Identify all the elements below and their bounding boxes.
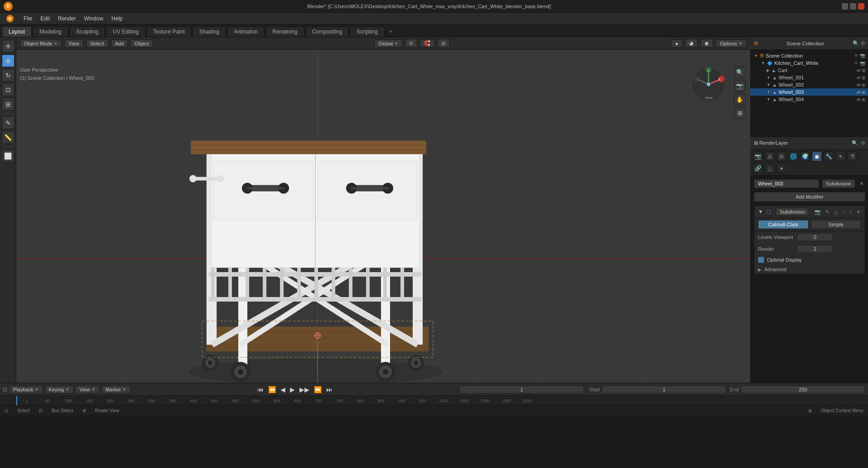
props-x-icon[interactable]: ✕	[858, 179, 865, 188]
advanced-arrow[interactable]: ▶	[758, 267, 762, 272]
outliner-item-scene-collection[interactable]: ▼ ⊞ Scene Collection 👁 📷	[750, 52, 868, 59]
eye-icon-kc[interactable]: 👁	[854, 61, 858, 66]
vis-icon-w4[interactable]: ⊞	[862, 97, 865, 102]
menu-file[interactable]: File	[20, 15, 36, 23]
menu-window[interactable]: Window	[80, 15, 107, 23]
start-frame-field[interactable]: 1	[602, 385, 726, 394]
tab-animation[interactable]: Animation	[227, 26, 265, 37]
viewport-camera-button[interactable]: 📷	[734, 80, 746, 92]
measure-tool-button[interactable]: 📏	[2, 131, 14, 144]
marker-menu[interactable]: Marker ▼	[101, 385, 130, 394]
subdiv-down-icon[interactable]: ↓	[842, 209, 845, 214]
transform-tool-button[interactable]: ⊞	[2, 98, 14, 111]
outliner-content[interactable]: ▼ ⊞ Scene Collection 👁 📷 ▼ 🔷 Kitchen	[750, 50, 868, 136]
catmull-clark-button[interactable]: Catmull-Clark	[758, 220, 809, 229]
view-menu[interactable]: View	[64, 39, 83, 48]
add-menu[interactable]: Add	[111, 39, 128, 48]
subdiv-vert-icon[interactable]: △	[834, 209, 838, 215]
outliner-item-wheel001[interactable]: ▼ ▲ Wheel_001 ⇌ ⊞	[750, 74, 868, 81]
menu-render[interactable]: Render	[54, 15, 79, 23]
output-props-icon[interactable]: 🖨	[765, 151, 775, 161]
physics-icon[interactable]: ⚗	[847, 151, 857, 161]
keying-menu[interactable]: Keying ▼	[45, 385, 74, 394]
subdivision-type-label[interactable]: Subdivision	[776, 208, 809, 216]
playback-menu[interactable]: Playback ▼	[9, 385, 43, 394]
render-props-icon[interactable]: 📷	[753, 151, 763, 161]
tab-compositing[interactable]: Compositing	[305, 26, 349, 37]
advanced-label[interactable]: Advanced	[764, 267, 786, 272]
jump-end-button[interactable]: ⏭	[325, 386, 334, 393]
link-icon-w2[interactable]: ⇌	[857, 83, 860, 88]
eye-icon[interactable]: 👁	[854, 53, 858, 58]
vis-icon-cart[interactable]: ⊞	[862, 68, 865, 73]
outliner-item-wheel003[interactable]: ▼ ▲ Wheel_003 ⇌ ⊞	[750, 88, 868, 96]
rotate-tool-button[interactable]: ↻	[2, 69, 14, 82]
close-button[interactable]	[858, 3, 864, 10]
viewport-shading-rendered[interactable]: ◉	[700, 39, 713, 48]
material-props-icon[interactable]: ●	[776, 163, 786, 173]
next-keyframe-button[interactable]: ⏩	[313, 386, 323, 393]
tab-rendering[interactable]: Rendering	[265, 26, 304, 37]
cursor-tool-button[interactable]: ✛	[2, 40, 14, 53]
select-menu[interactable]: Select	[86, 39, 108, 48]
levels-viewport-value[interactable]: 0	[797, 233, 833, 241]
menu-blender[interactable]: B	[3, 14, 19, 23]
vis-icon-w3[interactable]: ⊞	[862, 90, 865, 95]
menu-edit[interactable]: Edit	[37, 15, 53, 23]
add-workspace-button[interactable]: +	[386, 27, 396, 37]
constraints-icon[interactable]: 🔗	[753, 163, 763, 173]
transform-pivot-button[interactable]: ⊙	[405, 39, 417, 48]
render-value[interactable]: 2	[797, 245, 833, 253]
proportional-edit-button[interactable]: ◎	[437, 39, 450, 48]
outliner-item-kitchen-cart[interactable]: ▼ 🔷 Kitchen_Cart_White 👁 📷	[750, 59, 868, 67]
viewport-gizmo[interactable]: X Z View	[690, 66, 727, 102]
optimal-display-checkbox[interactable]	[758, 257, 764, 263]
viewport-zoom-in-button[interactable]: 🔍	[734, 66, 746, 78]
outliner-item-wheel002[interactable]: ▼ ▲ Wheel_002 ⇌ ⊞	[750, 81, 868, 88]
tab-scripting[interactable]: Scripting	[350, 26, 385, 37]
add-cube-button[interactable]: ⬜	[2, 150, 14, 162]
scene-props-icon[interactable]: 🌐	[788, 151, 798, 161]
tab-sculpting[interactable]: Sculpting	[69, 26, 105, 37]
outliner-item-wheel004[interactable]: ▼ ▲ Wheel_004 ⇌ ⊞	[750, 96, 868, 103]
view-layer-icon[interactable]: ⊞	[776, 151, 786, 161]
tab-uv-editing[interactable]: UV Editing	[106, 26, 145, 37]
viewport-grid-button[interactable]: ⊞	[734, 107, 746, 119]
outliner-item-cart[interactable]: ▶ ▲ Cart ⇌ ⊞	[750, 67, 868, 74]
world-props-icon[interactable]: 🌍	[800, 151, 810, 161]
camera-icon-kc[interactable]: 📷	[860, 61, 865, 66]
tab-shading[interactable]: Shading	[193, 26, 226, 37]
link-icon-w4[interactable]: ⇌	[857, 97, 860, 102]
object-props-icon[interactable]: ◉	[812, 151, 822, 161]
tab-layout[interactable]: Layout	[2, 26, 32, 37]
viewport[interactable]: Object Mode ▼ View Select Add Object Glo…	[16, 37, 750, 383]
global-transform-dropdown[interactable]: Global ▼	[374, 39, 402, 48]
object-mode-dropdown[interactable]: Object Mode ▼	[20, 39, 62, 48]
move-tool-button[interactable]: ⊕	[2, 54, 14, 67]
prev-frame-button[interactable]: ◀	[279, 386, 287, 393]
viewport-canvas[interactable]: User Perspective (1) Scene Collection | …	[16, 50, 750, 383]
particles-icon[interactable]: ✦	[835, 151, 845, 161]
viewport-shading-material[interactable]: ◕	[685, 39, 698, 48]
end-frame-field[interactable]: 250	[741, 385, 865, 394]
object-name-field[interactable]: Wheel_003	[754, 179, 819, 188]
outliner-filter-icon[interactable]: ⚙	[861, 40, 865, 46]
link-icon-w1[interactable]: ⇌	[857, 75, 860, 80]
current-frame-field[interactable]: 1	[459, 385, 584, 394]
menu-help[interactable]: Help	[108, 15, 126, 23]
object-menu[interactable]: Object	[130, 39, 153, 48]
viewport-hand-button[interactable]: ✋	[734, 93, 746, 105]
props-filter-icon[interactable]: ⚙	[861, 140, 865, 146]
subdiv-camera-icon[interactable]: 📷	[815, 209, 821, 215]
annotate-tool-button[interactable]: ✎	[2, 117, 14, 129]
link-icon-w3[interactable]: ⇌	[857, 90, 860, 95]
subdiv-toggle[interactable]: ▼	[758, 209, 763, 215]
tab-texture-paint[interactable]: Texture Paint	[146, 26, 192, 37]
options-button[interactable]: Options ▼	[716, 39, 747, 48]
snap-button[interactable]: 🧲	[420, 39, 434, 48]
modifier-props-icon[interactable]: 🔧	[824, 151, 834, 161]
next-frame-button[interactable]: ▶▶	[298, 386, 311, 393]
maximize-button[interactable]	[850, 3, 856, 10]
vis-icon-w1[interactable]: ⊞	[862, 75, 865, 80]
add-modifier-button[interactable]: Add Modifier	[754, 192, 865, 202]
